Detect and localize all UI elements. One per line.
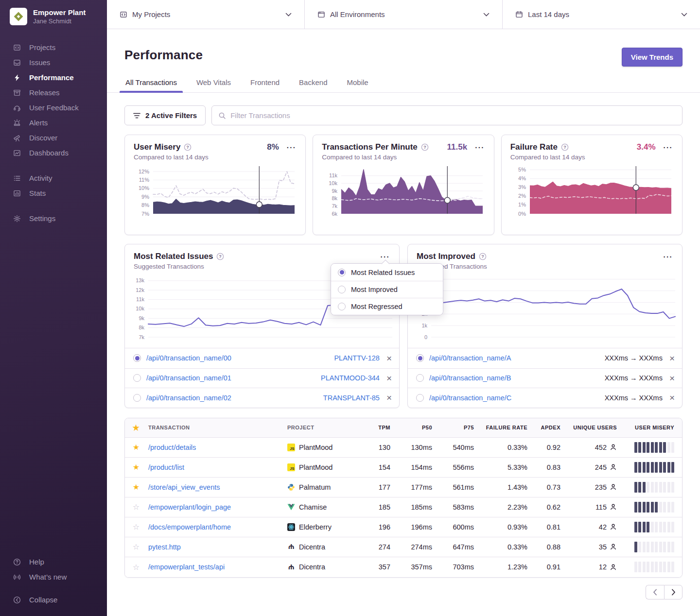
transaction-link[interactable]: /product/list [148, 463, 184, 471]
question-circle-icon[interactable]: ? [184, 143, 192, 151]
apdex-value: 0.83 [528, 463, 561, 471]
star-filled-icon[interactable]: ★ [125, 462, 147, 472]
star-outline-icon[interactable]: ☆ [125, 542, 147, 551]
transaction-radio[interactable] [133, 354, 141, 362]
table-row: ☆/docs/empowerplant/homeElderberry196196… [125, 517, 682, 537]
transaction-link[interactable]: /api/0/transaction_name/B [429, 374, 599, 382]
sidebar-item-activity[interactable]: Activity [0, 171, 107, 186]
transactions-table: ★TRANSACTIONPROJECTTPMP50P75FAILURE RATE… [124, 418, 682, 578]
unique-users-cell: 12 [561, 563, 618, 571]
sidebar-item-what-s-new[interactable]: What’s new [0, 569, 107, 584]
transaction-link[interactable]: /empowerplant_tests/api [148, 563, 225, 571]
previous-page-button[interactable] [646, 585, 664, 599]
context-menu-icon[interactable]: ··· [663, 143, 674, 152]
last-14-days-selector[interactable]: Last 14 days [503, 0, 700, 29]
question-circle-icon[interactable]: ? [216, 253, 224, 260]
card-value: 11.5k [447, 142, 468, 152]
org-switcher[interactable]: Empower Plant Jane Schmidt [0, 8, 107, 25]
transaction-radio[interactable] [416, 394, 424, 402]
question-circle-icon[interactable]: ? [561, 143, 569, 151]
active-filters-button[interactable]: 2 Active Filters [124, 105, 206, 125]
tab-backend[interactable]: Backend [298, 78, 328, 92]
sidebar-item-settings[interactable]: Settings [0, 211, 107, 226]
transaction-link[interactable]: /api/0/transaction_name/00 [146, 354, 329, 362]
question-circle-icon[interactable]: ? [479, 253, 487, 260]
transaction-link[interactable]: /api/0/transaction_name/A [429, 354, 599, 362]
sidebar-item-label: Help [29, 557, 44, 566]
sidebar-item-user-feedback[interactable]: User Feedback [0, 100, 107, 115]
dropdown-item-most-regressed[interactable]: Most Regressed [331, 298, 443, 315]
sidebar-item-performance[interactable]: Performance [0, 70, 107, 85]
python-project-icon [287, 483, 295, 491]
my-projects-selector[interactable]: My Projects [107, 0, 305, 29]
dismiss-icon[interactable]: × [386, 374, 392, 383]
p75-value: 561ms [433, 483, 475, 491]
dismiss-icon[interactable]: × [386, 393, 392, 402]
question-circle-icon[interactable]: ? [421, 143, 429, 151]
star-outline-icon[interactable]: ☆ [125, 502, 147, 512]
star-filled-icon[interactable]: ★ [125, 443, 147, 452]
star-outline-icon[interactable]: ☆ [125, 522, 147, 531]
transaction-radio[interactable] [133, 394, 141, 402]
sidebar-item-label: Projects [29, 43, 55, 52]
transaction-radio[interactable] [133, 374, 141, 382]
sidebar-item-discover[interactable]: Discover [0, 130, 107, 145]
transaction-link[interactable]: /product/details [148, 444, 196, 451]
tab-frontend[interactable]: Frontend [249, 78, 280, 92]
failure-rate-value: 0.33% [475, 543, 528, 551]
card-title: Failure Rate? [510, 142, 569, 152]
star-outline-icon[interactable]: ☆ [125, 563, 147, 572]
dismiss-icon[interactable]: × [669, 374, 675, 383]
sidebar-collapse-wrap: Collapse [0, 592, 107, 607]
svg-text:4%: 4% [518, 175, 526, 181]
dismiss-icon[interactable]: × [669, 393, 675, 402]
context-menu-icon[interactable]: ··· [286, 143, 297, 152]
transaction-link[interactable]: pytest.http [148, 543, 181, 551]
sidebar-item-label: Dashboards [29, 148, 69, 157]
dropdown-item-most-improved[interactable]: Most Improved [331, 281, 443, 298]
alerts-icon [13, 119, 21, 127]
sidebar-item-help[interactable]: Help [0, 554, 107, 569]
dismiss-icon[interactable]: × [386, 354, 392, 363]
dropdown-item-most-related-issues[interactable]: Most Related Issues [331, 264, 443, 281]
transaction-search-input[interactable] [230, 111, 676, 120]
tab-web-vitals[interactable]: Web Vitals [195, 78, 232, 92]
sidebar-item-label: Stats [29, 188, 46, 198]
user-feedback-icon [13, 103, 21, 112]
sidebar-item-stats[interactable]: Stats [0, 186, 107, 201]
tab-all-transactions[interactable]: All Transactions [124, 78, 178, 92]
sidebar-item-dashboards[interactable]: Dashboards [0, 145, 107, 160]
all-environments-selector[interactable]: All Environments [305, 0, 503, 29]
context-menu-icon[interactable]: ··· [474, 143, 485, 152]
sidebar-spacer [0, 226, 107, 554]
issue-link[interactable]: TRANSPLANT-85 [323, 394, 380, 402]
issue-link[interactable]: PLANTTV-128 [334, 354, 380, 362]
unique-users-cell: 452 [561, 444, 618, 451]
tab-mobile[interactable]: Mobile [346, 78, 369, 92]
p50-value: 274ms [391, 543, 433, 551]
view-trends-button[interactable]: View Trends [622, 48, 682, 67]
transaction-link[interactable]: /docs/empowerplant/home [148, 523, 231, 531]
transaction-link[interactable]: /empowerplant/login_page [148, 503, 231, 511]
sidebar-item-projects[interactable]: Projects [0, 40, 107, 55]
dismiss-icon[interactable]: × [669, 354, 675, 363]
trend-rows: /api/0/transaction_name/00PLANTTV-128×/a… [125, 348, 399, 408]
card-title: User Misery? [134, 142, 192, 152]
issue-link[interactable]: PLANTMOOD-344 [321, 374, 380, 382]
sidebar-item-alerts[interactable]: Alerts [0, 115, 107, 130]
collapse-sidebar-button[interactable]: Collapse [0, 592, 107, 607]
next-page-button[interactable] [664, 585, 682, 599]
sidebar-item-issues[interactable]: Issues [0, 55, 107, 70]
star-filled-icon[interactable]: ★ [125, 482, 147, 492]
context-menu-icon[interactable]: ··· [663, 252, 674, 261]
transaction-link[interactable]: /store/api_view_events [148, 483, 220, 491]
transaction-link[interactable]: /api/0/transaction_name/C [429, 394, 599, 402]
transaction-link[interactable]: /api/0/transaction_name/02 [146, 394, 318, 402]
sidebar-item-label: Settings [29, 214, 55, 223]
transaction-link[interactable]: /api/0/transaction_name/01 [146, 374, 315, 382]
trend-cards-row: Most Related Issues?···Suggested Transac… [124, 244, 682, 408]
sidebar-item-releases[interactable]: Releases [0, 85, 107, 100]
failure-rate-value: 0.93% [475, 523, 528, 531]
transaction-radio[interactable] [416, 374, 424, 382]
transaction-radio[interactable] [416, 354, 424, 362]
